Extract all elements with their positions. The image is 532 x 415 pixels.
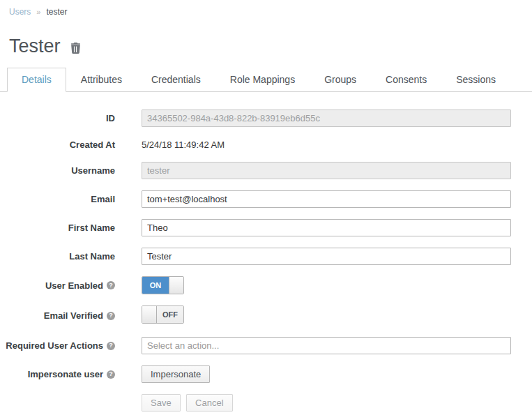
page-title: Tester xyxy=(9,36,61,57)
user-details-form: ID Created At 5/24/18 11:49:42 AM Userna… xyxy=(0,110,532,412)
form-row-first-name: First Name xyxy=(0,219,532,236)
username-field xyxy=(142,162,511,179)
tab-role-mappings[interactable]: Role Mappings xyxy=(215,68,310,92)
required-actions-select[interactable]: Select an action... xyxy=(142,337,511,354)
toggle-handle xyxy=(169,277,183,294)
tab-details[interactable]: Details xyxy=(7,68,66,92)
required-actions-label: Required User Actions xyxy=(6,340,103,351)
form-row-id: ID xyxy=(0,110,532,127)
username-label: Username xyxy=(0,165,115,176)
last-name-field[interactable] xyxy=(142,248,511,265)
cancel-button[interactable]: Cancel xyxy=(186,394,232,412)
breadcrumb-current: tester xyxy=(46,7,67,17)
last-name-label: Last Name xyxy=(0,251,115,262)
form-row-required-actions: Required User Actions Select an action..… xyxy=(0,337,532,354)
form-row-username: Username xyxy=(0,162,532,179)
id-label: ID xyxy=(0,113,115,123)
tab-groups[interactable]: Groups xyxy=(310,68,371,92)
form-row-actions: Save Cancel xyxy=(0,394,532,412)
impersonate-button[interactable]: Impersonate xyxy=(142,365,210,383)
form-row-email-verified: Email Verified OFF xyxy=(0,305,532,326)
impersonate-label: Impersonate user xyxy=(28,369,103,379)
form-row-impersonate: Impersonate user Impersonate xyxy=(0,365,532,383)
title-row: Tester xyxy=(9,36,532,57)
created-at-label: Created At xyxy=(0,139,115,150)
form-row-last-name: Last Name xyxy=(0,248,532,265)
email-verified-help-icon[interactable] xyxy=(107,312,115,320)
tab-sessions[interactable]: Sessions xyxy=(441,68,510,92)
toggle-off-label: OFF xyxy=(157,306,183,323)
required-actions-help-icon[interactable] xyxy=(107,342,115,350)
toggle-handle xyxy=(142,306,157,323)
breadcrumb-link-users[interactable]: Users xyxy=(9,7,31,17)
tab-bar: Details Attributes Credentials Role Mapp… xyxy=(0,68,532,92)
email-verified-label: Email Verified xyxy=(44,310,103,321)
email-field[interactable] xyxy=(142,190,511,208)
first-name-field[interactable] xyxy=(142,219,511,236)
save-button[interactable]: Save xyxy=(142,394,181,412)
tab-credentials[interactable]: Credentials xyxy=(137,68,215,92)
user-enabled-label: User Enabled xyxy=(45,280,103,291)
breadcrumb: Users » tester xyxy=(0,0,532,17)
email-label: Email xyxy=(0,194,115,204)
tab-consents[interactable]: Consents xyxy=(371,68,441,92)
id-field xyxy=(142,110,511,127)
first-name-label: First Name xyxy=(0,222,115,233)
delete-user-button[interactable] xyxy=(70,42,81,54)
user-enabled-toggle[interactable]: ON xyxy=(142,276,184,294)
trash-icon xyxy=(70,45,81,56)
tab-attributes[interactable]: Attributes xyxy=(66,68,137,92)
created-at-value: 5/24/18 11:49:42 AM xyxy=(142,139,225,150)
form-row-created-at: Created At 5/24/18 11:49:42 AM xyxy=(0,138,532,151)
impersonate-help-icon[interactable] xyxy=(107,370,115,379)
form-row-email: Email xyxy=(0,190,532,208)
breadcrumb-separator-icon: » xyxy=(36,8,40,16)
toggle-on-label: ON xyxy=(142,277,169,294)
user-enabled-help-icon[interactable] xyxy=(107,281,115,289)
form-row-user-enabled: User Enabled ON xyxy=(0,276,532,294)
email-verified-toggle[interactable]: OFF xyxy=(142,305,184,324)
